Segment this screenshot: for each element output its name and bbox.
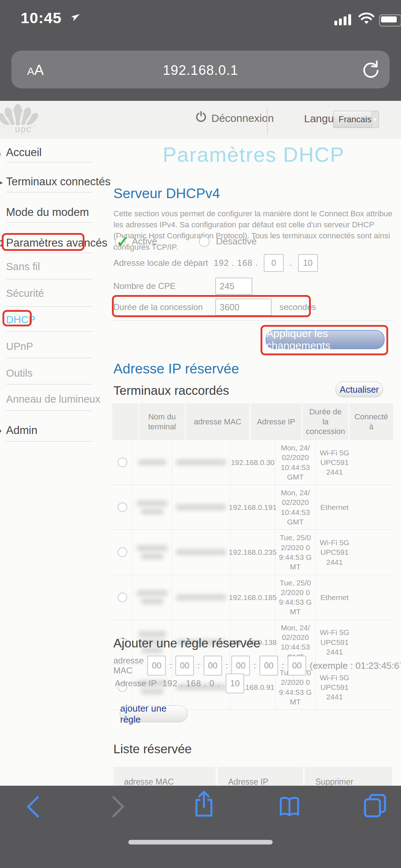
sidebar-divider: [6, 222, 93, 223]
sidebar-divider: [6, 279, 93, 279]
sidebar-item-label: Sécurité: [6, 288, 44, 299]
radio-enabled[interactable]: ✓ Activé: [115, 236, 157, 247]
sidebar-item-admin[interactable]: »Admin: [0, 423, 107, 438]
wifi-icon: [359, 12, 374, 26]
battery-icon: [379, 14, 401, 27]
sidebar-item-label: Terminaux connectés: [6, 175, 110, 188]
sidebar-item-terminaux-connect-s[interactable]: ▶Terminaux connectés: [0, 174, 107, 190]
device-row: 192.168.0.30Mon, 24/02/2020 10:44:53 GMT…: [112, 440, 394, 485]
device-ip: 192.168.0.185: [230, 575, 276, 620]
chevrons-icon: »: [0, 423, 2, 438]
mac-octet-input-5[interactable]: [259, 656, 278, 676]
sidebar-item-s-curit-[interactable]: Sécurité: [0, 285, 107, 301]
modem-icon: ▮: [0, 206, 1, 219]
device-ip: 192.168.0.191: [230, 485, 276, 529]
home-indicator[interactable]: [128, 840, 273, 844]
home-icon: ⌂: [0, 146, 1, 159]
mac-octet-input-6[interactable]: [288, 656, 306, 676]
cpe-row: Nombre de CPE: [113, 278, 394, 295]
annotation-box-dhcp: [2, 310, 32, 326]
add-rule-mac-row: adresse MAC : : : : : (exemple : 01:23:4…: [113, 656, 399, 676]
mac-octet-input-3[interactable]: [204, 656, 222, 676]
radio-disabled[interactable]: Désactivé: [199, 236, 257, 247]
start-address-row: Adresse locale de départ 192 . 168 . .: [113, 254, 394, 272]
sidebar-item-upnp[interactable]: UPnP: [0, 339, 107, 354]
url-text[interactable]: 192.168.0.1: [0, 63, 401, 78]
bookmarks-icon[interactable]: [278, 796, 301, 818]
start-address-octet4-input[interactable]: [298, 254, 318, 272]
device-lease: Mon, 24/02/2020 10:44:53 GMT: [276, 485, 315, 529]
radio-disabled-circle[interactable]: [199, 236, 210, 247]
device-connection: Wi-Fi 5G UPC5912441: [315, 530, 354, 574]
device-connection: Ethernet: [315, 575, 354, 620]
redacted-device-name: [141, 598, 163, 604]
reserved-ip-heading: Adresse IP réservée: [113, 361, 239, 377]
sidebar-divider: [6, 162, 93, 162]
start-address-octet3-input[interactable]: [264, 254, 284, 272]
refresh-button[interactable]: Actualiser: [335, 382, 383, 397]
location-arrow-icon: [70, 12, 81, 24]
device-select-radio[interactable]: [118, 502, 127, 512]
logout-button[interactable]: Déconnexion: [196, 111, 274, 125]
redacted-device-name: [137, 590, 168, 596]
sidebar-item-sans-fil[interactable]: Sans fil: [0, 259, 107, 274]
add-rule-button[interactable]: ajouter une règle: [120, 706, 187, 722]
sidebar-item-accueil[interactable]: ⌂Accueil: [0, 145, 107, 160]
redacted-mac-address: [176, 594, 226, 600]
forward-button[interactable]: [107, 795, 130, 818]
device-select-radio[interactable]: [118, 547, 127, 557]
sidebar-divider: [6, 306, 93, 307]
tabs-icon[interactable]: [364, 794, 386, 817]
redacted-device-name: [137, 545, 168, 551]
browser-bottom-toolbar: [0, 786, 401, 868]
upc-logo-text: upc: [15, 124, 31, 134]
sidebar-item-label: Mode du modem: [6, 206, 89, 219]
sidebar-item-mode-du-modem[interactable]: ▮Mode du modem: [0, 205, 107, 220]
radio-enabled-circle[interactable]: ✓: [115, 236, 125, 247]
devices-col-header: Adresse IP: [251, 403, 302, 440]
sidebar-item-label: UPnP: [6, 341, 33, 352]
reload-icon[interactable]: [361, 59, 381, 81]
cell-signal-icon: [334, 14, 351, 25]
page-title: Paramètres DHCP: [113, 143, 394, 166]
device-row: 192.168.0.235Tue, 25/02/2020 09:44:53 GM…: [112, 530, 394, 575]
sidebar-item-label: Anneau de lumineux: [6, 393, 100, 405]
device-select-radio[interactable]: [118, 458, 127, 467]
redacted-device-name: [138, 459, 166, 465]
arrow-icon: ▶: [0, 176, 3, 188]
sidebar-divider: [6, 358, 93, 358]
devices-table-header: Nom du terminaladresse MACAdresse IPDuré…: [112, 403, 394, 440]
status-time: 10:45: [21, 9, 62, 27]
iphone-screen: 10:45 AA 192.168.0.1: [0, 0, 401, 868]
devices-col-header: Durée de la concession: [303, 403, 348, 440]
mac-octet-input-1[interactable]: [147, 656, 166, 676]
mac-octet-input-4[interactable]: [231, 656, 250, 676]
devices-col-header: Nom du terminal: [139, 403, 185, 440]
sidebar-item-anneau-de-lumineux[interactable]: Anneau de lumineux: [0, 391, 107, 407]
devices-col-header: Connecté à: [349, 403, 393, 440]
cpe-input[interactable]: [215, 278, 252, 295]
language-value: Francais: [334, 114, 371, 124]
share-icon[interactable]: [192, 793, 215, 816]
sidebar-divider: [6, 384, 93, 384]
back-button[interactable]: [21, 795, 44, 818]
mac-colon: :: [253, 661, 256, 671]
add-rule-ip-input[interactable]: [226, 673, 244, 693]
radio-disabled-label: Désactivé: [216, 236, 257, 247]
header-divider: [267, 108, 268, 134]
redacted-device-name: [141, 553, 163, 559]
annotation-box-apply-button: [261, 325, 388, 355]
dhcpv4-heading: Serveur DHCPv4: [113, 186, 220, 201]
sidebar-divider: [6, 331, 93, 332]
device-select-radio[interactable]: [118, 593, 127, 602]
device-row: 192.168.0.191Mon, 24/02/2020 10:44:53 GM…: [112, 485, 394, 530]
mac-octet-input-2[interactable]: [175, 656, 194, 676]
devices-col-header: [112, 403, 138, 440]
chevron-down-icon: ▼: [371, 111, 379, 128]
mac-colon: :: [226, 661, 228, 671]
add-rule-mac-label: adresse MAC: [113, 656, 144, 676]
language-select[interactable]: Francais ▼: [333, 111, 379, 128]
sidebar-item-outils[interactable]: Outils: [0, 365, 107, 381]
sidebar-divider: [6, 192, 93, 192]
sidebar-divider: [6, 253, 93, 253]
